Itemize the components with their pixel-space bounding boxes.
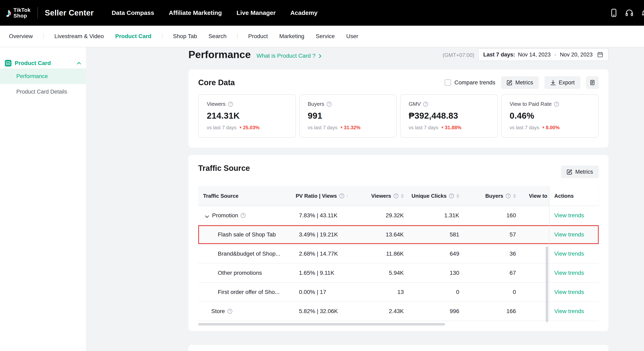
sort-icon[interactable] — [456, 194, 459, 198]
row-name: Brand&budget of Shop... — [218, 251, 280, 257]
subnav-search[interactable]: Search — [208, 33, 226, 39]
vs-label: vs last 7 days — [207, 125, 236, 130]
tiktok-shop-logo[interactable]: ♪ TikTok Shop — [6, 7, 30, 19]
metric-value: 991 — [308, 111, 388, 121]
logo-line2: Shop — [14, 13, 30, 18]
subnav-product-card[interactable]: Product Card — [115, 33, 151, 39]
topnav-affiliate-marketing[interactable]: Affiliate Marketing — [169, 9, 222, 16]
main-area: Performance What is Product Card ? (GMT+… — [86, 47, 644, 351]
subnav-marketing[interactable]: Marketing — [279, 33, 304, 39]
metric-tile-gmv[interactable]: GMV ₱392,448.83 vs last 7 days ▼ 31.88% — [400, 94, 498, 138]
view-trends-link[interactable]: View trends — [554, 289, 584, 295]
view-trends-link[interactable]: View trends — [554, 270, 584, 276]
row-view-to — [518, 264, 549, 282]
topnav-data-compass[interactable]: Data Compass — [112, 9, 154, 16]
topnav-academy[interactable]: Academy — [290, 9, 318, 16]
table-row-brand-budget[interactable]: Brand&budget of Shop... 2.68% | 14.77K 1… — [198, 244, 599, 264]
table-row-first-order-offer[interactable]: First order offer of Sho... 0.00% | 17 1… — [198, 283, 599, 302]
sort-icon[interactable] — [401, 194, 404, 198]
mobile-app-icon[interactable] — [609, 8, 618, 17]
help-icon[interactable] — [228, 309, 232, 314]
col-viewers: Viewers — [348, 186, 406, 206]
col-view-to: View to — [518, 186, 549, 206]
sidebar-item-product-card-details[interactable]: Product Card Details — [0, 84, 86, 99]
subnav-livestream-video[interactable]: Livestream & Video — [54, 33, 104, 39]
report-button[interactable] — [586, 76, 599, 89]
core-controls: Compare trends Metrics Export — [444, 76, 599, 89]
table-vertical-scrollbar[interactable] — [546, 246, 548, 322]
help-icon[interactable] — [241, 213, 246, 218]
metric-label: GMV — [409, 101, 421, 107]
subnav-service[interactable]: Service — [316, 33, 335, 39]
product-card-icon — [5, 60, 12, 66]
table-row-other-promotions[interactable]: Other promotions 1.65% | 9.11K 5.94K 130… — [198, 264, 599, 283]
metric-tile-view-to-paid-rate[interactable]: View to Paid Rate 0.46% vs last 7 days ▼… — [501, 94, 599, 138]
sort-icon[interactable] — [513, 194, 516, 198]
compare-trends-checkbox[interactable] — [444, 79, 451, 86]
what-is-product-card-link[interactable]: What is Product Card ? — [256, 53, 321, 59]
help-icon[interactable] — [449, 193, 454, 198]
view-trends-link[interactable]: View trends — [554, 251, 584, 257]
topnav-live-manager[interactable]: Live Manager — [236, 9, 276, 16]
content-header: Performance What is Product Card ? (GMT+… — [188, 48, 608, 61]
date-range-picker[interactable]: Last 7 days: Nov 14, 2023 - Nov 20, 2023 — [478, 48, 608, 61]
col-pv-ratio-views: PV Ratio | Views — [291, 186, 348, 206]
table-row-promotion[interactable]: Promotion 7.83% | 43.11K 29.32K 1.31K 16… — [198, 206, 599, 225]
row-pv: 5.82% | 32.06K — [291, 302, 348, 321]
date-start: Nov 14, 2023 — [518, 51, 551, 58]
metric-label: View to Paid Rate — [510, 101, 552, 107]
core-metric-tiles: Viewers 214.31K vs last 7 days ▼ 25.03% — [198, 94, 599, 138]
traffic-metrics-button[interactable]: Metrics — [561, 166, 599, 178]
collapse-caret-icon[interactable] — [206, 212, 208, 219]
metric-tile-buyers[interactable]: Buyers 991 vs last 7 days ▼ 31.32% — [299, 94, 397, 138]
row-view-to — [518, 225, 549, 244]
view-trends-link[interactable]: View trends — [554, 212, 584, 219]
subnav-divider — [162, 33, 162, 39]
sidebar-section-label: Product Card — [15, 60, 51, 66]
down-arrow-icon: ▼ — [340, 126, 343, 129]
metrics-button[interactable]: Metrics — [501, 76, 539, 89]
bell-icon[interactable] — [640, 8, 644, 17]
topbar-icons — [609, 8, 644, 17]
document-icon — [590, 80, 595, 85]
help-icon[interactable] — [554, 102, 559, 107]
seller-center-app: ♪ TikTok Shop Seller Center Data Compass… — [0, 0, 644, 351]
help-icon[interactable] — [423, 102, 428, 107]
chevron-up-icon[interactable] — [78, 59, 80, 67]
edit-icon — [567, 169, 572, 175]
topbar: ♪ TikTok Shop Seller Center Data Compass… — [0, 0, 644, 26]
help-icon[interactable] — [228, 102, 233, 107]
metric-label: Buyers — [308, 101, 324, 107]
help-icon[interactable] — [394, 193, 398, 198]
table-row-flash-sale[interactable]: Flash sale of Shop Tab 3.49% | 19.21K 13… — [198, 225, 599, 244]
tiktok-note-icon: ♪ — [6, 7, 12, 19]
export-button[interactable]: Export — [544, 76, 580, 89]
subnav-shop-tab[interactable]: Shop Tab — [173, 33, 197, 39]
metric-delta: ▼ 8.00% — [542, 125, 560, 130]
metric-value: 214.31K — [207, 111, 287, 121]
table-row-store[interactable]: Store 5.82% | 32.06K 2.43K 996 166 View … — [198, 302, 599, 321]
help-icon[interactable] — [327, 102, 332, 107]
subnav-user[interactable]: User — [346, 33, 358, 39]
down-arrow-icon: ▼ — [239, 126, 242, 129]
help-icon[interactable] — [506, 193, 511, 198]
subnav-overview[interactable]: Overview — [9, 33, 33, 39]
headset-support-icon[interactable] — [625, 8, 634, 17]
table-horizontal-scrollbar[interactable] — [198, 323, 445, 326]
compare-trends-toggle[interactable]: Compare trends — [444, 79, 495, 86]
row-unique-clicks: 649 — [406, 244, 461, 263]
subnav-product[interactable]: Product — [248, 33, 268, 39]
help-icon[interactable] — [339, 193, 344, 198]
content: Performance What is Product Card ? (GMT+… — [188, 47, 608, 351]
metric-label: Viewers — [207, 101, 226, 107]
sidebar-item-performance[interactable]: Performance — [0, 68, 86, 84]
view-trends-link[interactable]: View trends — [554, 231, 584, 238]
col-unique-clicks: Unique Clicks — [406, 186, 461, 206]
row-viewers: 11.86K — [348, 244, 406, 263]
metric-tile-viewers[interactable]: Viewers 214.31K vs last 7 days ▼ 25.03% — [198, 94, 296, 138]
logo-line1: TikTok — [14, 7, 30, 13]
col-traffic-source: Traffic Source — [198, 186, 291, 206]
vs-label: vs last 7 days — [510, 125, 539, 130]
sidebar-section-product-card[interactable]: Product Card — [0, 58, 86, 68]
view-trends-link[interactable]: View trends — [554, 308, 584, 315]
